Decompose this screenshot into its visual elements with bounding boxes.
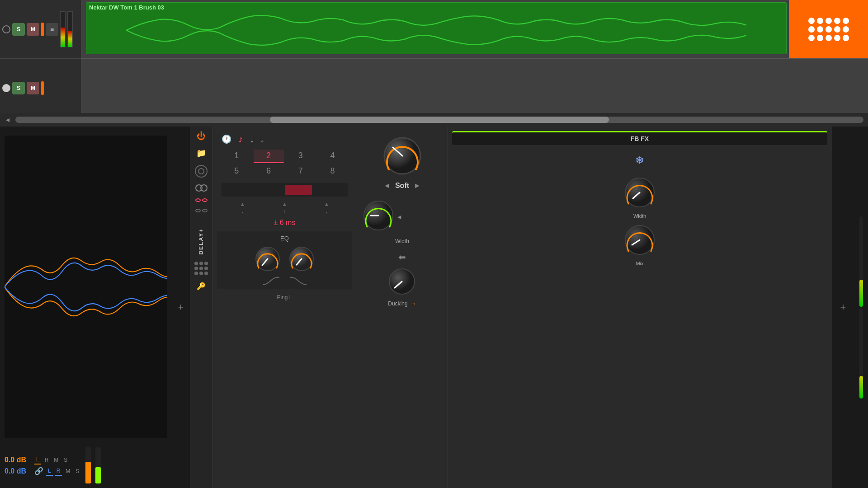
scroll-left-arrow[interactable]: ◄	[5, 116, 11, 123]
num-btn-1[interactable]: 1	[222, 150, 252, 163]
note-quarter-icon[interactable]: ♩	[250, 134, 254, 145]
l-btn-orange[interactable]: L	[34, 455, 41, 465]
eq-curve-2	[289, 277, 307, 286]
track-meter-r-1	[67, 11, 73, 47]
ducking-knob[interactable]	[387, 267, 417, 298]
width-label: Width	[395, 238, 409, 244]
freeze-area: ❄	[452, 150, 827, 171]
track-record-btn-2[interactable]	[2, 84, 10, 92]
num-btn-7[interactable]: 7	[286, 165, 316, 177]
mix-container: Mix	[623, 223, 657, 266]
num-btn-2[interactable]: 2	[254, 150, 284, 163]
o-left-2[interactable]	[195, 209, 201, 212]
delay-note-markers: ♩ ♪ ♩	[217, 208, 352, 216]
add-channel-btn[interactable]: +	[174, 300, 188, 314]
right-meter-2	[859, 308, 863, 399]
ping-label-area: Ping L	[217, 293, 352, 301]
delay-note-marker-3: ♩	[326, 208, 328, 214]
db-row-orange: 0.0 dB L R M S	[5, 455, 81, 465]
bottom-meters: 0.0 dB L R M S 0.0 dB 🔗 L R M S	[0, 443, 172, 488]
audio-clip-1[interactable]: Nektar DW Tom 1 Brush 03	[86, 2, 787, 54]
soft-main-knob[interactable]	[382, 136, 423, 178]
s-btn-orange[interactable]: S	[62, 456, 69, 464]
o-left-pink[interactable]	[195, 198, 201, 202]
m-btn-orange[interactable]: M	[52, 456, 60, 464]
num-btn-3[interactable]: 3	[286, 150, 316, 163]
delay-bar[interactable]	[222, 183, 348, 197]
freeze-icon[interactable]: ❄	[635, 154, 644, 167]
lr-buttons-blue: L R M S	[46, 467, 81, 476]
right-meter-fill	[95, 467, 101, 483]
num-btn-8[interactable]: 8	[317, 165, 348, 177]
track-solo-btn-1[interactable]: S	[12, 23, 25, 36]
soft-next-arrow[interactable]: ►	[414, 182, 421, 190]
o-right-pink[interactable]	[202, 198, 208, 202]
db-display: 0.0 dB L R M S 0.0 dB 🔗 L R M S	[5, 455, 81, 476]
delay-arrows: ▲ ▲ ▲	[217, 200, 352, 208]
clock-icon[interactable]: 🕐	[222, 134, 231, 144]
l-btn-blue[interactable]: L	[46, 467, 53, 476]
oo-pair-2	[195, 209, 208, 212]
scroll-bar[interactable]	[15, 117, 863, 123]
r-btn-orange[interactable]: R	[43, 456, 51, 464]
plugin-strip: ⏻ 📁 DELAY+ 🔑	[190, 127, 212, 488]
right-meter-1-fill	[859, 280, 863, 307]
note-eighth-icon[interactable]: ♪	[238, 133, 243, 145]
num-btn-4[interactable]: 4	[317, 150, 348, 163]
circle-inner-1	[198, 168, 204, 174]
dot-8	[199, 272, 203, 275]
o-right-2[interactable]	[202, 209, 208, 212]
note-type-selectors: 🕐 ♪ ♩ 𝅗	[217, 131, 352, 147]
return-icon-area: ⬅	[362, 252, 443, 263]
eq-knob-1[interactable]	[254, 245, 281, 274]
dot-5	[199, 267, 203, 270]
blue-db-value: 0.0 dB	[5, 467, 32, 475]
width-knob[interactable]: ◄	[362, 199, 396, 235]
left-meter-fill	[85, 462, 91, 483]
width-arrow-indicator: ◄	[396, 213, 402, 221]
num-btn-5[interactable]: 5	[222, 165, 252, 177]
dot-9	[204, 272, 208, 275]
clip-row-1: Nektar DW Tom 1 Brush 03	[81, 0, 868, 59]
plugin-folder-icon[interactable]: 📁	[196, 148, 206, 158]
width-area: ◄	[362, 199, 443, 235]
bottom-section: 0.0 dB L R M S 0.0 dB 🔗 L R M S	[0, 127, 868, 488]
add-right-btn[interactable]: +	[840, 301, 846, 313]
delay-ms-display: ± 6 ms	[217, 216, 352, 229]
plugin-key-icon[interactable]: 🔑	[197, 282, 206, 291]
scroll-row: ◄	[0, 113, 868, 127]
track-mute-btn-1[interactable]: M	[27, 23, 39, 36]
num-btn-6[interactable]: 6	[254, 165, 284, 177]
dot-1	[194, 262, 198, 265]
track-mute-btn-2[interactable]: M	[27, 82, 39, 94]
circle-right[interactable]	[200, 184, 208, 192]
track-solo-btn-2[interactable]: S	[12, 82, 25, 94]
s-btn-blue[interactable]: S	[74, 467, 81, 475]
eq-knob-1-container	[254, 245, 281, 274]
fbfx-width-label: Width	[633, 213, 646, 219]
width-label-area: Width	[362, 237, 443, 245]
fbfx-title: FB FX	[631, 135, 649, 142]
oo-pair	[195, 198, 208, 202]
m-btn-blue[interactable]: M	[64, 467, 72, 475]
r-btn-blue[interactable]: R	[55, 467, 62, 476]
lr-buttons-orange: L R M S	[34, 455, 69, 465]
mix-knob[interactable]	[623, 223, 657, 259]
eq-knob-2[interactable]	[288, 245, 315, 274]
eq-knob-2-container	[288, 245, 315, 274]
track-record-btn-1[interactable]	[2, 25, 10, 33]
loop-return-icon[interactable]: ⬅	[398, 252, 406, 263]
link-icon[interactable]: 🔗	[34, 467, 43, 475]
plugin-dots-grid[interactable]	[194, 262, 208, 275]
add-section: +	[172, 127, 190, 488]
soft-selector: ◄ Soft ►	[383, 182, 421, 190]
delay-note-marker-1: ♩	[241, 208, 244, 214]
track-menu-btn-1[interactable]: ≡	[46, 23, 58, 36]
plugin-circle-btn-1[interactable]	[195, 165, 208, 178]
fbfx-width-knob[interactable]	[623, 176, 657, 211]
track-volume-indicator-1	[41, 23, 44, 36]
plugin-power-icon[interactable]: ⏻	[197, 131, 206, 141]
track-controls: S M ≡ S M	[0, 0, 81, 127]
right-controls-panel: ◄ Soft ►	[357, 127, 448, 488]
soft-prev-arrow[interactable]: ◄	[383, 182, 391, 190]
